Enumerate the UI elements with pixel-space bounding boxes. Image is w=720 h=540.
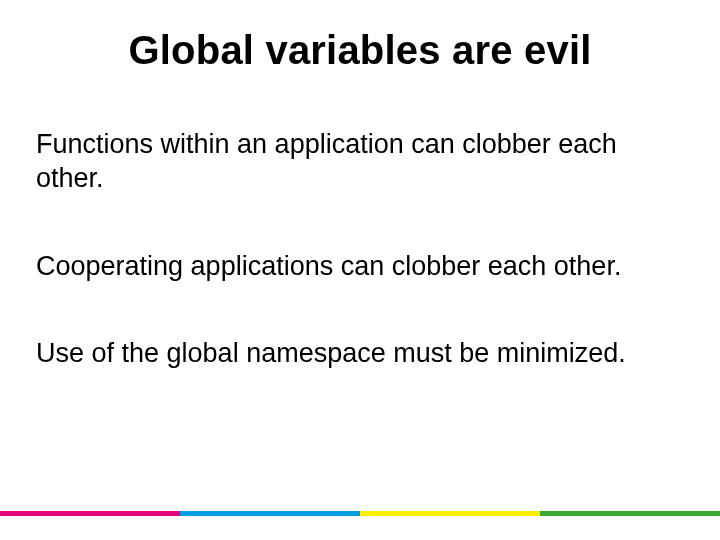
bullet-point: Use of the global namespace must be mini…	[36, 337, 672, 371]
bullet-point: Functions within an application can clob…	[36, 128, 672, 196]
footer-stripe	[540, 511, 720, 516]
footer-accent-bar	[0, 511, 720, 516]
slide: Global variables are evil Functions with…	[0, 0, 720, 540]
footer-stripe	[0, 511, 180, 516]
footer-stripe	[180, 511, 360, 516]
slide-title: Global variables are evil	[0, 28, 720, 73]
slide-body: Functions within an application can clob…	[36, 128, 672, 425]
footer-stripe	[360, 511, 540, 516]
bullet-point: Cooperating applications can clobber eac…	[36, 250, 672, 284]
